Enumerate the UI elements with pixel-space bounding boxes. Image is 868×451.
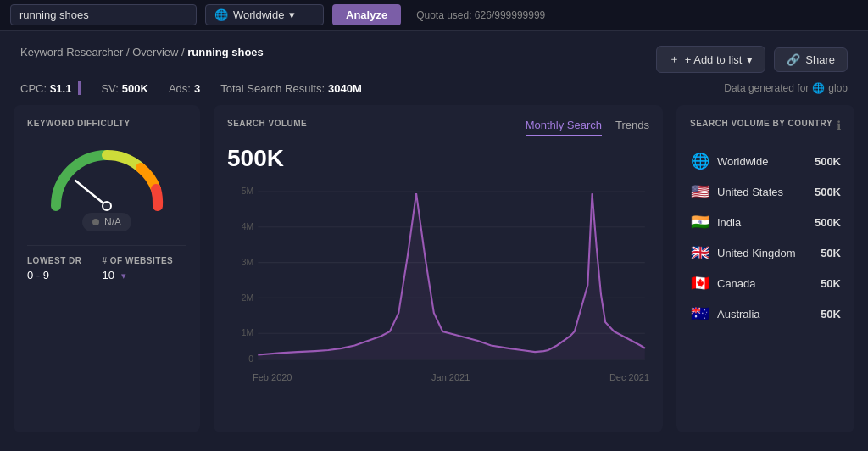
india-flag: 🇮🇳 xyxy=(690,213,710,231)
globe-small-icon: 🌐 xyxy=(812,82,825,94)
svg-text:5M: 5M xyxy=(242,186,254,196)
chevron-down-icon: ▾ xyxy=(289,8,295,21)
tab-monthly-search[interactable]: Monthly Search xyxy=(526,119,602,136)
australia-flag: 🇦🇺 xyxy=(690,304,710,323)
stats-bar: CPC: $1.1 SV: 500K Ads: 3 Total Search R… xyxy=(0,81,868,105)
kd-title: KEYWORD DIFFICULTY xyxy=(27,119,186,128)
us-flag: 🇺🇸 xyxy=(690,182,710,201)
share-button[interactable]: 🔗 Share xyxy=(774,47,848,72)
add-to-list-button[interactable]: ＋ + Add to list ▾ xyxy=(656,46,766,73)
globe-icon: 🌐 xyxy=(214,8,228,21)
lowest-dr: LOWEST DR 0 - 9 xyxy=(27,256,82,281)
tab-trends[interactable]: Trends xyxy=(615,119,649,136)
canada-flag: 🇨🇦 xyxy=(690,274,710,292)
svg-point-1 xyxy=(103,202,111,210)
cpc-bar xyxy=(78,81,81,95)
country-item-worldwide: 🌐 Worldwide 500K xyxy=(690,152,841,170)
sv-title: SEARCH VOLUME xyxy=(227,119,307,128)
sv-big-number: 500K xyxy=(227,145,649,172)
svg-line-0 xyxy=(75,181,107,206)
gauge-svg xyxy=(43,138,170,214)
plus-icon: ＋ xyxy=(669,52,680,67)
na-dot xyxy=(92,219,99,226)
country-header: SEARCH VOLUME BY COUNTRY ℹ xyxy=(690,119,841,138)
top-nav: 🌐 Worldwide ▾ Analyze Quota used: 626/99… xyxy=(0,0,868,31)
data-generated: Data generated for 🌐 glob xyxy=(724,82,848,94)
country-item-uk: 🇬🇧 United Kingdom 50K xyxy=(690,243,841,262)
info-icon[interactable]: ℹ xyxy=(837,119,841,132)
country-list: 🌐 Worldwide 500K 🇺🇸 United States 500K 🇮… xyxy=(690,152,841,323)
quota-text: Quota used: 626/999999999 xyxy=(416,9,545,21)
breadcrumb: Keyword Researcher / Overview / running … xyxy=(20,46,264,58)
gauge xyxy=(43,138,170,206)
worldwide-flag: 🌐 xyxy=(690,152,710,170)
svg-text:2M: 2M xyxy=(242,292,254,302)
chart-area: 5M 4M 3M 2M 1M 0 xyxy=(227,182,649,369)
sv-header: SEARCH VOLUME Monthly Search Trends xyxy=(227,119,649,138)
search-volume-by-country-card: SEARCH VOLUME BY COUNTRY ℹ 🌐 Worldwide 5… xyxy=(676,105,854,432)
dropdown-icon[interactable]: ▾ xyxy=(121,270,126,281)
chart-svg: 5M 4M 3M 2M 1M 0 xyxy=(227,182,649,369)
country-item-australia: 🇦🇺 Australia 50K xyxy=(690,304,841,323)
svg-text:0: 0 xyxy=(248,354,253,364)
svg-text:1M: 1M xyxy=(242,327,254,337)
country-item-us: 🇺🇸 United States 500K xyxy=(690,182,841,201)
country-item-india: 🇮🇳 India 500K xyxy=(690,213,841,231)
num-websites: # OF WEBSITES 10 ▾ xyxy=(103,256,174,281)
na-badge: N/A xyxy=(82,213,131,231)
keyword-difficulty-card: KEYWORD DIFFICULTY N/A LOWE xyxy=(14,105,200,432)
ads-stat: Ads: 3 xyxy=(169,82,200,95)
svg-text:4M: 4M xyxy=(242,221,254,231)
chevron-down-icon: ▾ xyxy=(747,53,753,66)
share-icon: 🔗 xyxy=(787,53,800,66)
main-content: KEYWORD DIFFICULTY N/A LOWE xyxy=(0,105,868,432)
search-volume-card: SEARCH VOLUME Monthly Search Trends 500K… xyxy=(214,105,663,432)
svg-marker-14 xyxy=(258,193,645,359)
svg-text:3M: 3M xyxy=(242,257,254,267)
total-stat: Total Search Results: 3040M xyxy=(220,82,362,95)
location-dropdown[interactable]: 🌐 Worldwide ▾ xyxy=(205,4,324,25)
header-actions: ＋ + Add to list ▾ 🔗 Share xyxy=(656,46,848,73)
uk-flag: 🇬🇧 xyxy=(690,243,710,262)
cpc-stat: CPC: $1.1 xyxy=(20,81,81,95)
kd-bottom: LOWEST DR 0 - 9 # OF WEBSITES 10 ▾ xyxy=(27,245,186,281)
country-card-title: SEARCH VOLUME BY COUNTRY xyxy=(690,119,832,128)
search-input[interactable] xyxy=(10,4,197,25)
chart-x-labels: Feb 2020 Jan 2021 Dec 2021 xyxy=(227,369,649,382)
country-item-canada: 🇨🇦 Canada 50K xyxy=(690,274,841,292)
websites-value: 10 ▾ xyxy=(103,269,174,281)
sv-tabs: Monthly Search Trends xyxy=(526,119,649,136)
keyword-title: running shoes xyxy=(187,46,264,58)
analyze-button[interactable]: Analyze xyxy=(332,4,401,25)
location-label: Worldwide xyxy=(233,8,284,21)
page-header: Keyword Researcher / Overview / running … xyxy=(0,31,868,81)
gauge-container xyxy=(27,138,186,206)
sv-stat: SV: 500K xyxy=(101,82,148,95)
